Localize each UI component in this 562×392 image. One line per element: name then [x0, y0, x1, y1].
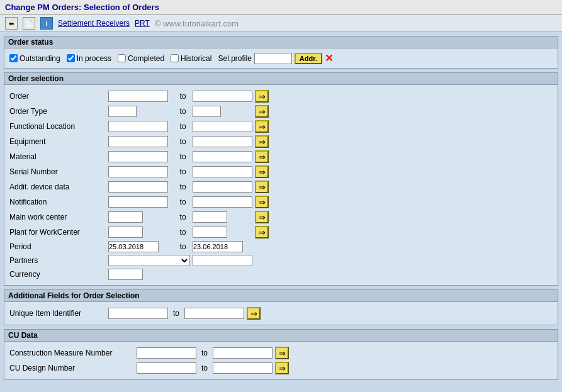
order-status-title: Order status — [4, 36, 558, 48]
plant-workcenter-to-label: to — [176, 225, 191, 240]
construction-measure-label: Construction Measure Number — [9, 345, 135, 361]
order-type-label: Order Type — [9, 104, 107, 119]
serial-number-label: Serial Number — [9, 164, 107, 179]
plant-workcenter-from-input[interactable] — [108, 227, 143, 238]
table-row: Addit. device data to — [9, 179, 270, 194]
in-process-checkbox-label[interactable]: In process — [67, 54, 111, 63]
order-type-to-input[interactable] — [193, 106, 221, 117]
forward-icon[interactable]: 📄 — [23, 17, 35, 30]
construction-measure-to-input[interactable] — [213, 347, 273, 359]
addit-device-to-label: to — [176, 179, 191, 194]
order-type-arrow-btn[interactable] — [255, 105, 269, 118]
completed-label: Completed — [128, 54, 164, 63]
construction-measure-arrow-btn[interactable] — [275, 347, 289, 359]
table-row: Construction Measure Number to — [9, 345, 290, 361]
table-row: CU Design Number to — [9, 361, 290, 376]
order-type-from-input[interactable] — [108, 106, 137, 117]
table-row: Equipment to — [9, 134, 270, 149]
main-work-center-from-input[interactable] — [108, 211, 143, 223]
material-to-input[interactable] — [193, 151, 252, 162]
completed-checkbox[interactable] — [118, 54, 126, 62]
period-to-input[interactable] — [193, 241, 243, 252]
construction-measure-from-input[interactable] — [137, 347, 196, 359]
unique-item-from-input[interactable] — [108, 308, 168, 319]
equipment-to-input[interactable] — [193, 136, 252, 147]
notification-label: Notification — [9, 194, 107, 210]
table-row: Order Type to — [9, 104, 270, 119]
cu-design-from-input[interactable] — [137, 362, 196, 374]
serial-number-to-input[interactable] — [193, 166, 252, 177]
period-from-input[interactable] — [108, 241, 159, 252]
serial-number-from-input[interactable] — [108, 166, 168, 177]
cu-data-title: CU Data — [4, 330, 558, 342]
historical-checkbox-label[interactable]: Historical — [171, 54, 211, 63]
main-work-center-label: Main work center — [9, 210, 107, 225]
currency-input[interactable] — [108, 269, 143, 280]
currency-label: Currency — [9, 267, 107, 281]
historical-checkbox[interactable] — [171, 54, 179, 62]
table-row: Plant for WorkCenter to — [9, 225, 270, 240]
material-from-input[interactable] — [108, 151, 168, 162]
order-to-input[interactable] — [193, 91, 252, 102]
sel-profile-input[interactable] — [254, 53, 292, 64]
partners-select[interactable] — [108, 255, 190, 266]
equipment-from-input[interactable] — [108, 136, 168, 147]
in-process-checkbox[interactable] — [67, 54, 75, 62]
serial-number-arrow-btn[interactable] — [255, 165, 269, 178]
outstanding-checkbox[interactable] — [9, 54, 18, 62]
cu-design-to-input[interactable] — [213, 362, 273, 374]
func-loc-to-label: to — [176, 119, 191, 134]
main-work-center-to-label: to — [176, 210, 191, 225]
func-loc-arrow-btn[interactable] — [255, 120, 269, 133]
info-icon[interactable]: i — [40, 17, 53, 30]
addit-device-from-input[interactable] — [108, 181, 168, 193]
settlement-receivers-link[interactable]: Settlement Receivers — [58, 19, 130, 28]
equipment-label: Equipment — [9, 134, 107, 149]
outstanding-checkbox-label[interactable]: Outstanding — [9, 54, 60, 63]
func-loc-to-input[interactable] — [193, 121, 252, 132]
main-work-center-to-input[interactable] — [193, 211, 227, 223]
unique-item-to-input[interactable] — [184, 308, 244, 319]
notification-from-input[interactable] — [108, 196, 168, 208]
main-work-center-arrow-btn[interactable] — [255, 211, 269, 223]
notification-arrow-btn[interactable] — [255, 196, 269, 208]
table-row: Main work center to — [9, 210, 270, 225]
order-from-input[interactable] — [108, 91, 168, 102]
plant-workcenter-to-input[interactable] — [193, 227, 227, 238]
prt-link[interactable]: PRT — [135, 19, 150, 28]
material-to-label: to — [176, 149, 191, 164]
completed-checkbox-label[interactable]: Completed — [118, 54, 164, 63]
table-row: Notification to — [9, 194, 270, 210]
cu-design-to-label: to — [198, 361, 211, 376]
func-loc-from-input[interactable] — [108, 121, 168, 132]
addr-button[interactable]: Addr. — [295, 53, 322, 64]
cu-design-label: CU Design Number — [9, 361, 135, 376]
equipment-arrow-btn[interactable] — [255, 135, 269, 148]
construction-measure-to-label: to — [198, 345, 211, 361]
table-row: Functional Location to — [9, 119, 270, 134]
back-icon[interactable]: ⬅ — [5, 17, 18, 30]
material-arrow-btn[interactable] — [255, 150, 269, 163]
outstanding-label: Outstanding — [20, 54, 60, 63]
addit-device-to-input[interactable] — [193, 181, 252, 193]
unique-item-arrow-btn[interactable] — [247, 307, 261, 320]
partners-value-input[interactable] — [193, 255, 252, 266]
table-row: Material to — [9, 149, 270, 164]
watermark: © www.tutorialkart.com — [155, 19, 239, 28]
order-label: Order — [9, 89, 107, 104]
material-label: Material — [9, 149, 107, 164]
period-label: Period — [9, 240, 107, 254]
table-row: Order to — [9, 89, 270, 104]
partners-label: Partners — [9, 254, 107, 267]
unique-item-to-label: to — [169, 306, 183, 321]
clear-icon[interactable]: ✕ — [325, 52, 333, 64]
cu-design-arrow-btn[interactable] — [275, 362, 289, 374]
order-arrow-btn[interactable] — [255, 90, 269, 103]
notification-to-input[interactable] — [193, 196, 252, 208]
plant-workcenter-arrow-btn[interactable] — [255, 226, 269, 238]
toolbar: ⬅ 📄 i Settlement Receivers PRT © www.tut… — [0, 15, 562, 32]
equipment-to-label: to — [176, 134, 191, 149]
order-to-label: to — [176, 89, 191, 104]
table-row: Currency — [9, 267, 270, 281]
addit-device-arrow-btn[interactable] — [255, 181, 269, 193]
